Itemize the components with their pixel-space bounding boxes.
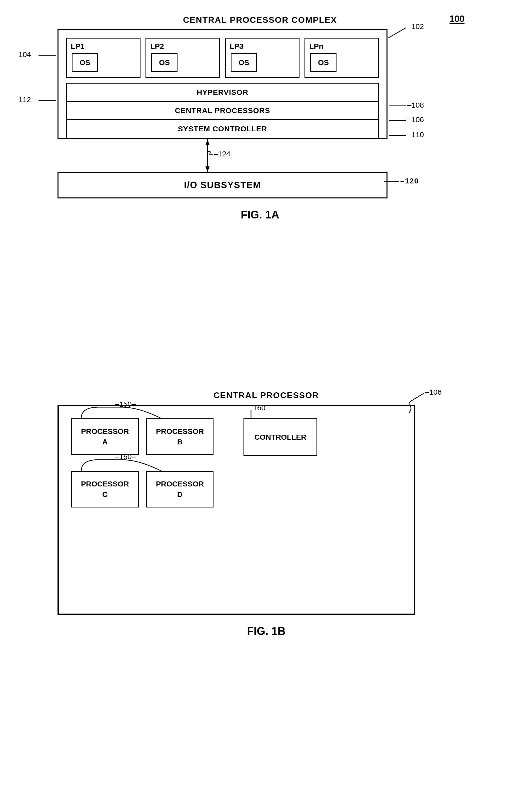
fig1b-caption: FIG. 1B <box>57 625 475 637</box>
central-processors-label: CENTRAL PROCESSORS <box>175 106 270 115</box>
ref-150a-text: –150– <box>115 400 136 408</box>
svg-line-0 <box>388 28 406 38</box>
proc-c-box: PROCESSORC <box>71 471 139 507</box>
lp3-label: LP3 <box>230 42 244 51</box>
system-controller-layer: SYSTEM CONTROLLER <box>66 120 379 139</box>
ref-160-text: 160 <box>253 404 266 412</box>
fig1a-title: CENTRAL PROCESSOR COMPLEX <box>57 15 462 25</box>
ref-150b-text: –150– <box>115 452 136 461</box>
fig1a-section: CENTRAL PROCESSOR COMPLEX LP1 OS LP2 OS … <box>38 15 462 221</box>
controller-box: CONTROLLER <box>244 418 317 456</box>
ref-120-text: –120 <box>400 177 419 185</box>
proc-c-label: PROCESSORC <box>81 480 129 498</box>
lp-box-3: LP3 OS <box>225 38 300 78</box>
ref-106-text: –106 <box>407 115 424 124</box>
os-box-2: OS <box>151 53 177 72</box>
cpc-box: LP1 OS LP2 OS LP3 OS LPn OS HYPERVISO <box>57 29 387 139</box>
lp-box-1: LP1 OS <box>66 38 140 78</box>
proc-d-label: PROCESSORD <box>156 480 204 498</box>
hypervisor-label: HYPERVISOR <box>197 88 248 96</box>
ref-108-text: –108 <box>407 101 424 109</box>
svg-marker-7 <box>206 139 209 145</box>
ref-112-text: 112– <box>19 95 35 104</box>
ref-104-text: 104– <box>19 50 35 58</box>
page: 100 CENTRAL PROCESSOR COMPLEX LP1 OS LP2… <box>0 0 532 799</box>
os-box-n: OS <box>310 53 337 72</box>
central-processors-layer: CENTRAL PROCESSORS <box>66 101 379 120</box>
os-box-3: OS <box>231 53 257 72</box>
proc-a-label: PROCESSORA <box>81 427 129 446</box>
lp-box-n: LPn OS <box>304 38 379 78</box>
ref-106-annotation: –106 <box>404 396 459 416</box>
os-box-1: OS <box>72 53 98 72</box>
lp-row: LP1 OS LP2 OS LP3 OS LPn OS <box>66 38 379 78</box>
io-ref-annotation: –120 <box>384 173 417 197</box>
hypervisor-layer: HYPERVISOR <box>66 83 379 101</box>
arrow-connector: –124 <box>197 139 247 172</box>
system-controller-label: SYSTEM CONTROLLER <box>178 125 267 133</box>
ref-110-text: –110 <box>407 130 424 139</box>
ref-150b-annotation: –150– <box>79 457 164 472</box>
io-subsystem-box: I/O SUBSYSTEM –120 <box>57 172 387 198</box>
ref-160-annotation: 160 <box>251 408 281 420</box>
io-subsystem-label: I/O SUBSYSTEM <box>184 180 261 190</box>
proc-a-box: PROCESSORA <box>71 418 139 455</box>
svg-marker-8 <box>206 166 209 172</box>
cp-box: –106 –150– PROCESSORA <box>57 405 415 615</box>
ref-106b-text: –106 <box>425 388 442 396</box>
lp-box-2: LP2 OS <box>146 38 220 78</box>
lpn-label: LPn <box>309 42 323 51</box>
fig1b-section: CENTRAL PROCESSOR –106 <box>38 391 475 637</box>
lp1-label: LP1 <box>71 42 84 51</box>
controller-label: CONTROLLER <box>254 432 306 442</box>
ref-150a-annotation: –150– <box>79 405 164 420</box>
ref-124-text: –124 <box>214 150 230 158</box>
proc-d-box: PROCESSORD <box>146 471 214 507</box>
lp2-label: LP2 <box>150 42 164 51</box>
proc-b-label: PROCESSORB <box>156 427 204 446</box>
proc-b-box: PROCESSORB <box>146 418 214 455</box>
fig1a-caption: FIG. 1A <box>57 208 462 221</box>
